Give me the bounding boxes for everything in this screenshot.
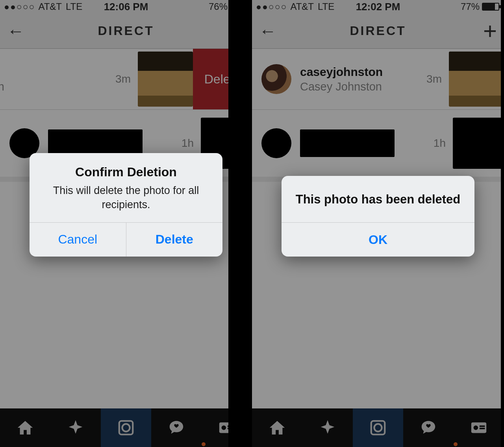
- alert-buttons: OK: [282, 222, 474, 257]
- confirm-deletion-alert: Confirm Deletion This will delete the ph…: [30, 153, 222, 257]
- deleted-alert: This photo has been deleted OK: [282, 176, 474, 257]
- delete-button[interactable]: Delete: [126, 223, 223, 257]
- screenshot-left: ●●○○○ AT&T LTE 12:06 PM 76% ← DIRECT + e…: [0, 0, 252, 447]
- ok-button[interactable]: OK: [282, 223, 474, 257]
- alert-body: Confirm Deletion This will delete the ph…: [30, 153, 222, 222]
- alert-title: Confirm Deletion: [41, 165, 211, 179]
- alert-message: This will delete the photo for all recip…: [41, 183, 211, 212]
- cancel-button[interactable]: Cancel: [30, 223, 126, 257]
- alert-body: This photo has been deleted: [282, 176, 474, 222]
- right-edge: [501, 0, 504, 447]
- alert-title: This photo has been deleted: [292, 192, 464, 207]
- screenshot-right: ●●○○○ AT&T LTE 12:02 PM 77% ← DIRECT + c…: [252, 0, 504, 447]
- panel-divider: [228, 0, 252, 447]
- alert-buttons: Cancel Delete: [30, 222, 222, 257]
